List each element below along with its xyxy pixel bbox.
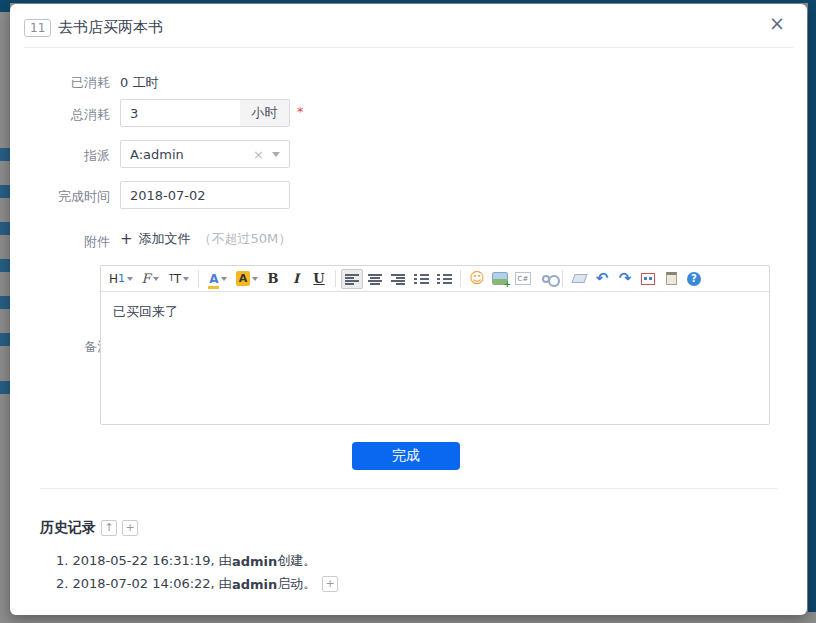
finish-date-input[interactable]	[120, 181, 290, 209]
hours-unit-addon: 小时	[240, 99, 290, 127]
help-icon[interactable]: ?	[683, 269, 705, 289]
font-color-icon[interactable]: A	[204, 269, 232, 289]
ordered-list-icon[interactable]	[410, 269, 432, 289]
finish-date-label: 完成时间	[20, 188, 110, 206]
toolbar-separator	[460, 270, 461, 287]
bold-icon[interactable]: B	[262, 269, 284, 289]
finish-button[interactable]: 完成	[352, 442, 460, 470]
required-asterisk: *	[297, 104, 304, 119]
assign-label: 指派	[20, 147, 110, 165]
background-row-badge	[0, 259, 10, 272]
add-file-link[interactable]: 添加文件	[139, 230, 191, 248]
background-row-badge	[0, 148, 10, 161]
header-divider	[24, 47, 793, 48]
finish-task-dialog: 11 去书店买两本书 × 已消耗 0 工时 总消耗 小时 * 指派 A:admi…	[10, 4, 807, 615]
total-consumed-label: 总消耗	[20, 106, 110, 124]
total-consumed-input[interactable]	[120, 99, 241, 127]
align-right-icon[interactable]	[387, 269, 409, 289]
underline-icon[interactable]: U	[308, 269, 330, 289]
history-item: 1. 2018-05-22 16:31:19, 由 admin 创建。	[56, 552, 316, 570]
align-center-icon[interactable]	[364, 269, 386, 289]
background-right-strip	[808, 0, 816, 612]
redo-icon[interactable]: ↷	[614, 269, 636, 289]
background-row-badge	[0, 222, 10, 235]
consumed-value: 0 工时	[120, 74, 158, 92]
attachment-label: 附件	[20, 233, 110, 251]
history-action: 启动。	[277, 575, 316, 593]
history-section-title: 历史记录 ↑ +	[40, 519, 138, 537]
attachment-row: + 添加文件 （不超过50M）	[120, 230, 291, 248]
source-code-icon[interactable]	[660, 269, 682, 289]
toolbar-separator	[562, 270, 563, 287]
history-action: 创建。	[277, 552, 316, 570]
align-left-icon[interactable]	[341, 269, 363, 289]
dialog-title: 去书店买两本书	[58, 18, 163, 37]
add-comment-icon[interactable]: +	[122, 520, 138, 536]
remark-rich-editor: H1 F TT A A B I U	[100, 265, 770, 425]
background-header-strip	[0, 0, 816, 3]
insert-link-icon[interactable]	[535, 269, 557, 289]
background-row-badge	[0, 185, 10, 198]
history-title-text: 历史记录	[40, 519, 96, 537]
insert-code-icon[interactable]: C#	[512, 269, 534, 289]
emoticon-icon[interactable]: ☺	[466, 269, 488, 289]
toolbar-separator	[335, 270, 336, 287]
remark-label: 备注	[20, 338, 110, 356]
unordered-list-icon[interactable]	[433, 269, 455, 289]
expand-history-detail-icon[interactable]: +	[322, 576, 338, 592]
remove-format-icon[interactable]	[568, 269, 590, 289]
task-id-badge: 11	[24, 19, 51, 37]
background-row-badge	[0, 296, 10, 309]
file-size-hint: （不超过50M）	[199, 230, 292, 248]
highlight-color-icon[interactable]: A	[233, 269, 261, 289]
consumed-label: 已消耗	[20, 74, 110, 92]
heading-format-icon[interactable]: H1	[107, 269, 135, 289]
history-user: admin	[232, 554, 277, 569]
insert-image-icon[interactable]	[489, 269, 511, 289]
background-corner	[0, 0, 10, 12]
clear-selection-icon[interactable]: ×	[253, 147, 264, 162]
italic-icon[interactable]: I	[285, 269, 307, 289]
background-row-badge	[0, 381, 10, 394]
toolbar-separator	[198, 270, 199, 287]
assignee-value: A:admin	[121, 147, 253, 162]
fullscreen-icon[interactable]	[637, 269, 659, 289]
add-file-plus-icon[interactable]: +	[120, 230, 133, 248]
remark-content-area[interactable]: 已买回来了	[101, 292, 769, 424]
font-family-icon[interactable]: F	[136, 269, 164, 289]
history-item: 2. 2018-07-02 14:06:22, 由 admin 启动。 +	[56, 575, 338, 593]
background-row-badge	[0, 333, 10, 346]
screen: 11 去书店买两本书 × 已消耗 0 工时 总消耗 小时 * 指派 A:admi…	[0, 0, 816, 623]
history-entry-text: 1. 2018-05-22 16:31:19, 由	[56, 552, 232, 570]
history-entry-text: 2. 2018-07-02 14:06:22, 由	[56, 575, 232, 593]
history-user: admin	[232, 577, 277, 592]
font-size-icon[interactable]: TT	[165, 269, 193, 289]
assignee-select[interactable]: A:admin ×	[120, 140, 290, 168]
chevron-down-icon[interactable]	[272, 152, 280, 157]
close-icon[interactable]: ×	[769, 14, 785, 33]
editor-toolbar: H1 F TT A A B I U	[101, 266, 769, 292]
collapse-history-icon[interactable]: ↑	[101, 520, 117, 536]
undo-icon[interactable]: ↶	[591, 269, 613, 289]
section-divider	[40, 488, 777, 489]
